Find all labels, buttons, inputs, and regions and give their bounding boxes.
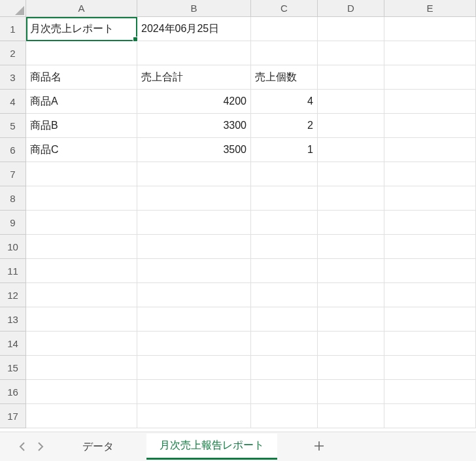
cell-C13[interactable]	[251, 307, 318, 332]
cell-D1[interactable]	[318, 17, 384, 41]
cell-E13[interactable]	[384, 307, 476, 332]
cell-C15[interactable]	[251, 356, 318, 380]
row-header-10[interactable]: 10	[0, 235, 26, 259]
row-header-12[interactable]: 12	[0, 283, 26, 307]
cell-A10[interactable]	[26, 235, 137, 259]
cell-A16[interactable]	[26, 380, 137, 404]
cell-E6[interactable]	[384, 138, 476, 162]
row-header-2[interactable]: 2	[0, 41, 26, 65]
cell-E17[interactable]	[384, 404, 476, 428]
cell-D3[interactable]	[318, 65, 384, 90]
cell-D12[interactable]	[318, 283, 384, 307]
cell-D16[interactable]	[318, 380, 384, 404]
cell-D17[interactable]	[318, 404, 384, 428]
cell-A8[interactable]	[26, 186, 137, 211]
cell-D13[interactable]	[318, 307, 384, 332]
cell-C14[interactable]	[251, 332, 318, 356]
cell-B13[interactable]	[137, 307, 251, 332]
cell-C2[interactable]	[251, 41, 318, 65]
col-header-D[interactable]: D	[318, 0, 384, 17]
cell-B9[interactable]	[137, 211, 251, 235]
cell-C1[interactable]	[251, 17, 318, 41]
row-header-8[interactable]: 8	[0, 186, 26, 211]
cell-E4[interactable]	[384, 90, 476, 114]
cell-A7[interactable]	[26, 162, 137, 186]
cell-A9[interactable]	[26, 211, 137, 235]
cell-A11[interactable]	[26, 259, 137, 283]
cell-C11[interactable]	[251, 259, 318, 283]
add-sheet-button[interactable]	[310, 438, 328, 455]
cell-B11[interactable]	[137, 259, 251, 283]
cell-E7[interactable]	[384, 162, 476, 186]
row-header-3[interactable]: 3	[0, 65, 26, 90]
cell-D6[interactable]	[318, 138, 384, 162]
cell-B8[interactable]	[137, 186, 251, 211]
row-header-13[interactable]: 13	[0, 307, 26, 332]
sheet-tab-data[interactable]: データ	[69, 435, 127, 459]
cell-B12[interactable]	[137, 283, 251, 307]
col-header-A[interactable]: A	[26, 0, 137, 17]
cell-C5[interactable]: 2	[251, 114, 318, 138]
cell-E16[interactable]	[384, 380, 476, 404]
row-header-4[interactable]: 4	[0, 90, 26, 114]
cell-C16[interactable]	[251, 380, 318, 404]
row-header-9[interactable]: 9	[0, 211, 26, 235]
row-header-11[interactable]: 11	[0, 259, 26, 283]
row-header-1[interactable]: 1	[0, 17, 26, 41]
cell-B16[interactable]	[137, 380, 251, 404]
cell-E11[interactable]	[384, 259, 476, 283]
row-header-15[interactable]: 15	[0, 356, 26, 380]
cell-B5[interactable]: 3300	[137, 114, 251, 138]
cell-A17[interactable]	[26, 404, 137, 428]
cell-E14[interactable]	[384, 332, 476, 356]
cell-D8[interactable]	[318, 186, 384, 211]
cell-E2[interactable]	[384, 41, 476, 65]
cell-B10[interactable]	[137, 235, 251, 259]
cell-A4[interactable]: 商品A	[26, 90, 137, 114]
cell-A3[interactable]: 商品名	[26, 65, 137, 90]
cell-A15[interactable]	[26, 356, 137, 380]
next-sheet-button[interactable]	[31, 437, 50, 456]
cell-E12[interactable]	[384, 283, 476, 307]
cell-A5[interactable]: 商品B	[26, 114, 137, 138]
cell-B14[interactable]	[137, 332, 251, 356]
cell-B6[interactable]: 3500	[137, 138, 251, 162]
cell-D2[interactable]	[318, 41, 384, 65]
cell-D10[interactable]	[318, 235, 384, 259]
cell-C7[interactable]	[251, 162, 318, 186]
cell-B7[interactable]	[137, 162, 251, 186]
cell-C9[interactable]	[251, 211, 318, 235]
cell-D4[interactable]	[318, 90, 384, 114]
cell-E10[interactable]	[384, 235, 476, 259]
cell-C10[interactable]	[251, 235, 318, 259]
row-header-17[interactable]: 17	[0, 404, 26, 428]
cell-C3[interactable]: 売上個数	[251, 65, 318, 90]
cell-E15[interactable]	[384, 356, 476, 380]
row-header-7[interactable]: 7	[0, 162, 26, 186]
cell-D14[interactable]	[318, 332, 384, 356]
cell-A13[interactable]	[26, 307, 137, 332]
cell-B1[interactable]: 2024年06月25日	[137, 17, 251, 41]
col-header-C[interactable]: C	[251, 0, 318, 17]
cell-C4[interactable]: 4	[251, 90, 318, 114]
cell-D7[interactable]	[318, 162, 384, 186]
cell-D11[interactable]	[318, 259, 384, 283]
cell-C17[interactable]	[251, 404, 318, 428]
cell-E8[interactable]	[384, 186, 476, 211]
cell-E1[interactable]	[384, 17, 476, 41]
cell-D9[interactable]	[318, 211, 384, 235]
prev-sheet-button[interactable]	[13, 437, 31, 456]
cell-B15[interactable]	[137, 356, 251, 380]
select-all-corner[interactable]	[0, 0, 26, 17]
row-header-14[interactable]: 14	[0, 332, 26, 356]
cell-C12[interactable]	[251, 283, 318, 307]
cell-C6[interactable]: 1	[251, 138, 318, 162]
cell-E3[interactable]	[384, 65, 476, 90]
cell-B2[interactable]	[137, 41, 251, 65]
cell-A14[interactable]	[26, 332, 137, 356]
cell-A2[interactable]	[26, 41, 137, 65]
row-header-6[interactable]: 6	[0, 138, 26, 162]
cell-B17[interactable]	[137, 404, 251, 428]
cell-B4[interactable]: 4200	[137, 90, 251, 114]
row-header-5[interactable]: 5	[0, 114, 26, 138]
